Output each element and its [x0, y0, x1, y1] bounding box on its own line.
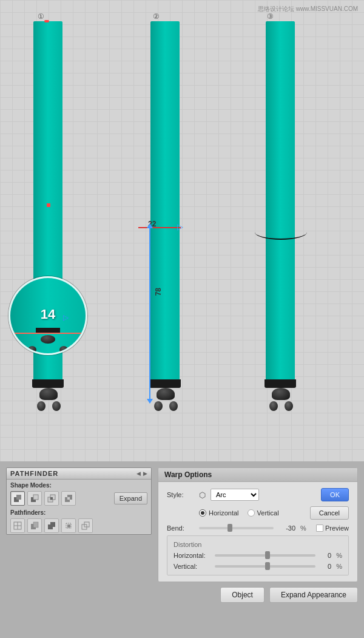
- divide-btn[interactable]: [10, 518, 25, 533]
- v-dist-thumb[interactable]: [265, 562, 270, 570]
- horizontal-label: Horizontal: [209, 509, 239, 517]
- pathfinder-header: PATHFINDER ◀ ▶: [7, 468, 151, 480]
- svg-rect-18: [67, 524, 70, 528]
- bend-slider[interactable]: [199, 527, 274, 529]
- cancel-button[interactable]: Cancel: [310, 506, 349, 520]
- magnifier: 14 ▷: [8, 276, 87, 355]
- horizontal-radio-item[interactable]: Horizontal: [199, 509, 239, 517]
- pathfinders-row: [7, 517, 151, 534]
- svg-rect-1: [16, 495, 21, 500]
- shape-modes-row: Expand: [7, 490, 151, 507]
- vertical-label: Vertical: [257, 509, 279, 517]
- warp-dialog-title: Warp Options: [158, 468, 357, 482]
- bend-slider-thumb[interactable]: [228, 524, 232, 532]
- exclude-btn[interactable]: [61, 491, 76, 506]
- blue-arrow: ▷: [177, 222, 183, 231]
- svg-rect-6: [50, 497, 53, 500]
- step-2-label: ②: [153, 12, 160, 21]
- svg-rect-9: [67, 497, 70, 500]
- pathfinder-panel: PATHFINDER ◀ ▶ Shape Modes: Expand Pathf…: [6, 467, 152, 535]
- step-1-label: ①: [38, 12, 44, 21]
- step-3-label: ③: [267, 12, 274, 21]
- distortion-title: Distortion: [174, 541, 342, 548]
- canvas-area: 思络设计论坛 www.MISSVUAN.COM ① ② ③ 14 ▷: [0, 0, 364, 461]
- expand-btn[interactable]: Expand: [114, 492, 147, 504]
- pathfinder-title: PATHFINDER: [10, 470, 58, 477]
- panel-collapse-icon[interactable]: ◀: [136, 470, 141, 477]
- minus-front-btn[interactable]: [27, 491, 42, 506]
- preview-checkbox[interactable]: [316, 524, 323, 532]
- magnifier-arrow: ▷: [63, 313, 69, 322]
- bottom-action-buttons: Object Expand Appearance: [158, 587, 358, 605]
- style-label: Style:: [167, 491, 194, 498]
- v-dist-value: 0: [320, 563, 331, 570]
- orientation-row: Horizontal Vertical Cancel: [199, 506, 349, 520]
- h-dist-percent: %: [336, 552, 342, 559]
- trim-btn[interactable]: [27, 518, 42, 533]
- measurement-bar2: 22 ▷ 78: [138, 227, 181, 228]
- bar-3: [266, 21, 296, 411]
- vertical-radio-item[interactable]: Vertical: [248, 509, 279, 517]
- v-dist-slider[interactable]: [215, 565, 315, 568]
- intersect-btn[interactable]: [44, 491, 59, 506]
- h-dist-thumb[interactable]: [265, 551, 270, 559]
- style-icon: ⬡: [199, 490, 206, 500]
- bend-label: Bend:: [167, 524, 194, 532]
- merge-btn[interactable]: [44, 518, 59, 533]
- shape-modes-label: Shape Modes:: [7, 480, 151, 490]
- pathfinders-label: Pathfinders:: [7, 507, 151, 517]
- crop-btn[interactable]: [61, 518, 76, 533]
- magnifier-label: 14: [41, 307, 55, 322]
- h-distortion-row: Horizontal: 0 %: [174, 552, 342, 559]
- measurement-78-label: 78: [154, 288, 163, 296]
- pathfinder-header-controls: ◀ ▶: [136, 470, 147, 477]
- warp-options-dialog: Warp Options Style: ⬡ Arc OK: [158, 467, 358, 605]
- v-distortion-row: Vertical: 0 %: [174, 563, 342, 570]
- ok-button[interactable]: OK: [321, 488, 349, 501]
- bend-percent: %: [300, 524, 306, 532]
- h-dist-slider[interactable]: [215, 554, 315, 557]
- svg-rect-3: [33, 495, 38, 500]
- v-dist-label: Vertical:: [174, 563, 210, 570]
- watermark: 思络设计论坛 www.MISSVUAN.COM: [258, 5, 358, 13]
- warp-dialog-body: Style: ⬡ Arc OK Horizontal: [158, 482, 357, 582]
- h-dist-label: Horizontal:: [174, 552, 210, 559]
- vertical-radio[interactable]: [248, 509, 255, 517]
- unite-btn[interactable]: [10, 491, 25, 506]
- bend-row: Bend: -30 % Preview: [167, 524, 349, 532]
- style-row: Style: ⬡ Arc OK: [167, 488, 349, 501]
- expand-appearance-button[interactable]: Expand Appearance: [269, 587, 358, 603]
- svg-rect-16: [50, 522, 55, 527]
- distortion-section: Distortion Horizontal: 0 % Vertical:: [167, 535, 349, 575]
- outline-btn[interactable]: [78, 518, 93, 533]
- bar-2: [150, 21, 181, 411]
- v-dist-percent: %: [336, 563, 342, 570]
- svg-rect-14: [33, 522, 38, 528]
- object-button[interactable]: Object: [220, 587, 265, 603]
- bottom-panel: PATHFINDER ◀ ▶ Shape Modes: Expand Pathf…: [0, 461, 364, 638]
- h-dist-value: 0: [320, 552, 331, 559]
- panel-expand-icon[interactable]: ▶: [143, 470, 147, 477]
- horizontal-radio[interactable]: [199, 509, 206, 517]
- style-select[interactable]: Arc: [211, 489, 259, 501]
- preview-label: Preview: [325, 524, 349, 532]
- bend-value: -30: [278, 524, 295, 532]
